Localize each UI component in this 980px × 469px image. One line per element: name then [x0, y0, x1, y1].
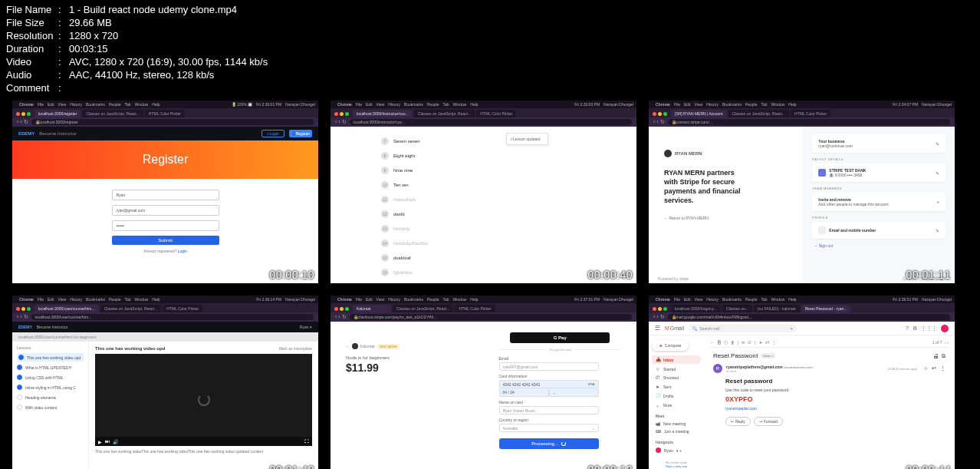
- sidebar-item[interactable]: What is HTML UPDATED!!!: [17, 365, 84, 370]
- expiry-input[interactable]: 04 / 24: [499, 388, 549, 397]
- logo[interactable]: EDEMY: [18, 131, 35, 136]
- already-registered-text: Already registered? Login: [112, 249, 219, 253]
- country-select[interactable]: Australia⌄: [499, 424, 599, 432]
- menu-icon[interactable]: ☰: [655, 325, 660, 332]
- loading-spinner-icon: [198, 394, 210, 406]
- name-input[interactable]: Ryan Ocean Room: [499, 406, 599, 415]
- print-icon[interactable]: 🖨: [933, 353, 939, 358]
- gmail-sidebar: +Compose 📥Inbox ☆Starred ⏱Snoozed ➤Sent …: [649, 335, 704, 469]
- join-meeting[interactable]: ⌨Join a meeting: [652, 428, 701, 435]
- register-form: Ryan ryan@gmail.com •••••• Submit Alread…: [112, 190, 219, 253]
- reply-button[interactable]: ↩ Reply: [725, 417, 751, 426]
- email-toolbar: ←🗄ⓘ🗑|✉⏱|➤🏷⋮ 1 of 7‹ ›: [710, 339, 949, 348]
- bank-card[interactable]: STRIPE TEST BANK🏦 ll 0000 •••• 3456✎: [812, 163, 945, 182]
- thumbnail-4: ChromeFileEditViewHistoryBookmarksPeople…: [12, 296, 318, 469]
- gpay-button[interactable]: G Pay: [510, 332, 610, 343]
- help-icon[interactable]: ?: [906, 325, 909, 331]
- back-icon[interactable]: ←: [710, 340, 714, 345]
- team-card[interactable]: Invite and removeAdd other people to man…: [812, 193, 945, 211]
- gmail-logo[interactable]: M Gmail: [665, 325, 684, 331]
- become-instructor-link[interactable]: Become Instructor: [39, 131, 77, 136]
- return-link[interactable]: ← Return to RYAN MERN: [664, 216, 791, 220]
- forward-button[interactable]: ↪ Forward: [754, 417, 783, 426]
- list-item[interactable]: 11fndasdfads: [381, 196, 488, 203]
- profile-card[interactable]: Email and mobile number✎: [812, 222, 945, 239]
- list-item[interactable]: 10Ten ten: [381, 181, 488, 189]
- page-banner: Register: [12, 140, 318, 179]
- thumbnail-6: ChromeFileEditViewHistoryBookmarksPeople…: [649, 296, 955, 469]
- sender-avatar: R: [713, 364, 722, 373]
- sidebar-item[interactable]: With video content: [17, 405, 84, 410]
- list-item[interactable]: 15dsafdsaf: [381, 254, 488, 262]
- label-snoozed[interactable]: ⏱Snoozed: [652, 374, 701, 381]
- lesson-description: This one has working videoThis one has w…: [95, 449, 312, 454]
- list-item[interactable]: 9Nine nine: [381, 167, 488, 174]
- tab[interactable]: HTML Color Picker: [145, 110, 185, 117]
- stripe-heading: RYAN MERN partners with Stripe for secur…: [664, 168, 748, 205]
- mac-menubar: ChromeFileEditViewHistoryBookmarksPeople…: [12, 101, 318, 108]
- register-button[interactable]: 👤 Register: [289, 130, 312, 137]
- email-input[interactable]: ryan@gmail.com: [112, 205, 219, 216]
- lessons-list: 7Seven seven 8Eight eight 9Nine nine 10T…: [381, 137, 488, 283]
- toast-notification: ✓ Lesson updated: [506, 133, 548, 145]
- file-metadata: File Name:1 - Build react node udemy clo…: [0, 0, 980, 101]
- label-more[interactable]: ⌄More: [652, 401, 701, 409]
- app-header: EDEMY Become Instructor ⎆ Login 👤 Regist…: [12, 127, 318, 140]
- signout-link[interactable]: → Sign out: [812, 243, 945, 248]
- card-number-input[interactable]: 4242 4242 4242 4242VISA: [499, 380, 599, 388]
- business-card[interactable]: Your businessryan@continue.com ✎: [812, 134, 945, 153]
- browser-tabs: localhost:3000/register Classes on JavaS…: [12, 108, 318, 117]
- lessons-sidebar: Lessons This one has working video upd W…: [12, 342, 89, 469]
- tab[interactable]: localhost:3000/register: [35, 110, 81, 117]
- list-item[interactable]: 12dasfd: [381, 210, 488, 218]
- label-starred[interactable]: ☆Starred: [652, 365, 701, 373]
- become-instructor-link[interactable]: Become Instructor: [37, 325, 68, 329]
- sidebar-item[interactable]: Heading elements: [17, 395, 84, 400]
- breadcrumb: localhost:3000/user/course/html-for-begi…: [12, 332, 318, 342]
- login-button[interactable]: ⎆ Login: [261, 130, 284, 137]
- url-field[interactable]: 🔒 localhost:3000/register: [31, 119, 314, 125]
- video-controls[interactable]: ▶⏭🔊⛶: [95, 437, 312, 446]
- apps-icon[interactable]: ⋮⋮⋮: [921, 325, 937, 332]
- price: $11.99: [346, 362, 469, 374]
- tab[interactable]: Classes on JavaScript, React...: [82, 110, 143, 117]
- lesson-title: This one has working video upd: [95, 346, 165, 351]
- timestamp: 00:00:10: [270, 269, 315, 281]
- address-bar: ‹ › ↻ 🔒 localhost:3000/register: [12, 117, 318, 127]
- merchant-name: RYAN MERN: [675, 151, 702, 156]
- email-input[interactable]: ryan007@gmail.com: [499, 362, 599, 371]
- popout-icon[interactable]: ⧉: [942, 353, 945, 359]
- video-player[interactable]: ▶⏭🔊⛶: [95, 354, 312, 446]
- compose-button[interactable]: +Compose: [652, 340, 689, 351]
- sidebar-item[interactable]: Using CSS with HTML: [17, 375, 84, 380]
- new-meeting[interactable]: 📹New meeting: [652, 420, 701, 428]
- user-menu[interactable]: Ryan ▾: [300, 325, 312, 329]
- mark-complete-link[interactable]: Mark as incomplete: [279, 346, 312, 351]
- settings-icon[interactable]: ⚙: [913, 325, 917, 332]
- label-drafts[interactable]: 📄Drafts: [652, 391, 701, 400]
- product-title: Node js for beginners: [346, 355, 469, 360]
- thumbnail-5: ChromeFileEditViewHistoryBookmarksPeople…: [331, 296, 636, 469]
- search-input[interactable]: 🔍 Search mail▾: [689, 324, 796, 332]
- list-item[interactable]: 7Seven seven: [381, 137, 488, 145]
- profile-avatar[interactable]: [941, 325, 949, 332]
- email-subject: Reset Password: [713, 352, 758, 359]
- sidebar-item[interactable]: This one has working video upd: [17, 353, 84, 362]
- back-link[interactable]: ←KaloraatTEST MODE: [346, 343, 469, 349]
- login-link[interactable]: Login: [178, 249, 187, 253]
- label-inbox[interactable]: 📥Inbox: [652, 355, 701, 364]
- page-title: Register: [143, 153, 189, 167]
- list-item[interactable]: 16fgfdsfdsa: [381, 269, 488, 276]
- sidebar-item[interactable]: Inline styling in HTML using C: [17, 385, 84, 390]
- submit-button[interactable]: Submit: [112, 236, 219, 245]
- cvc-input[interactable]: ...: [549, 388, 599, 397]
- list-item[interactable]: 8Eight eight: [381, 152, 488, 160]
- label-sent[interactable]: ➤Sent: [652, 382, 701, 391]
- list-item[interactable]: 14fdsfdsdgdfasdfds: [381, 239, 488, 247]
- password-input[interactable]: ••••••: [112, 220, 219, 231]
- thumbnail-1: ChromeFileEditViewHistoryBookmarksPeople…: [12, 101, 318, 283]
- name-input[interactable]: Ryan: [112, 190, 219, 200]
- edit-icon[interactable]: ✎: [936, 141, 939, 147]
- pay-button[interactable]: Processing...: [499, 438, 599, 449]
- list-item[interactable]: 13fdsfdsfg: [381, 225, 488, 233]
